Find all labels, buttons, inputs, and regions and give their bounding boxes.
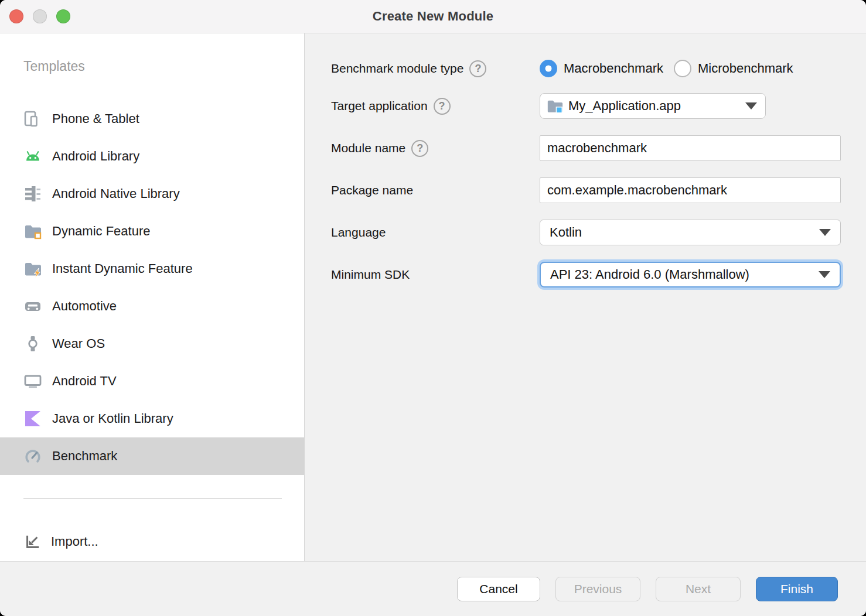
app-module-folder-icon xyxy=(546,97,564,115)
sidebar-item-label: Dynamic Feature xyxy=(52,224,151,239)
sidebar-item-label: Benchmark xyxy=(52,449,117,464)
dynamic-feature-folder-icon xyxy=(23,222,42,241)
window-title: Create New Module xyxy=(0,9,866,24)
android-head-icon xyxy=(23,147,42,166)
sidebar-item-phone-tablet[interactable]: Phone & Tablet xyxy=(0,100,304,138)
sidebar-item-java-kotlin-library[interactable]: Java or Kotlin Library xyxy=(0,400,304,437)
package-name-row: Package name xyxy=(331,177,866,203)
macrobenchmark-radio-label: Macrobenchmark xyxy=(564,61,663,76)
target-application-label: Target application xyxy=(331,99,428,113)
native-chip-icon xyxy=(23,184,42,203)
create-new-module-dialog: Create New Module Templates Phone & Tabl… xyxy=(0,0,866,616)
sidebar-item-label: Instant Dynamic Feature xyxy=(52,261,193,276)
templates-header: Templates xyxy=(23,59,304,75)
instant-dynamic-feature-folder-icon xyxy=(23,259,42,278)
sidebar-item-label: Wear OS xyxy=(52,336,105,351)
module-form-panel: Benchmark module type ? Macrobenchmark M… xyxy=(305,33,866,561)
chevron-down-icon xyxy=(819,229,831,236)
macrobenchmark-radio[interactable]: Macrobenchmark xyxy=(540,60,663,77)
next-button[interactable]: Next xyxy=(656,577,741,601)
microbenchmark-radio[interactable]: Microbenchmark xyxy=(674,60,793,77)
language-dropdown[interactable]: Kotlin xyxy=(540,220,841,245)
sidebar-item-android-library[interactable]: Android Library xyxy=(0,138,304,175)
radio-selected-icon xyxy=(540,60,557,77)
automotive-car-icon xyxy=(23,297,42,316)
sidebar-item-label: Android TV xyxy=(52,374,117,389)
android-tv-icon xyxy=(23,372,42,391)
sidebar-item-label: Automotive xyxy=(52,299,117,314)
target-application-value: My_Application.app xyxy=(568,98,741,114)
sidebar-item-label: Java or Kotlin Library xyxy=(52,411,173,426)
help-icon[interactable]: ? xyxy=(434,98,451,115)
target-application-dropdown[interactable]: My_Application.app xyxy=(540,93,766,119)
sidebar-item-import[interactable]: Import... xyxy=(0,528,304,556)
minimum-sdk-value: API 23: Android 6.0 (Marshmallow) xyxy=(550,267,819,282)
phone-tablet-icon xyxy=(23,109,42,128)
previous-button[interactable]: Previous xyxy=(555,577,640,601)
module-name-label: Module name xyxy=(331,141,405,155)
titlebar: Create New Module xyxy=(0,0,866,33)
help-icon[interactable]: ? xyxy=(469,60,486,77)
language-row: Language Kotlin xyxy=(331,220,866,245)
sidebar-item-label: Phone & Tablet xyxy=(52,111,139,126)
sidebar-item-instant-dynamic-feature[interactable]: Instant Dynamic Feature xyxy=(0,250,304,288)
module-name-input[interactable] xyxy=(540,135,841,161)
sidebar-item-dynamic-feature[interactable]: Dynamic Feature xyxy=(0,213,304,250)
sidebar-divider xyxy=(23,498,282,499)
help-icon[interactable]: ? xyxy=(411,140,428,157)
microbenchmark-radio-label: Microbenchmark xyxy=(698,61,793,76)
sidebar-item-android-native-library[interactable]: Android Native Library xyxy=(0,175,304,213)
benchmark-module-type-row: Benchmark module type ? Macrobenchmark M… xyxy=(331,56,866,81)
chevron-down-icon xyxy=(819,271,830,278)
minimum-sdk-label: Minimum SDK xyxy=(331,268,410,282)
sidebar-item-benchmark[interactable]: Benchmark xyxy=(0,437,304,475)
radio-unselected-icon xyxy=(674,60,691,77)
chevron-down-icon xyxy=(745,102,757,109)
sidebar-item-android-tv[interactable]: Android TV xyxy=(0,362,304,400)
import-label: Import... xyxy=(51,534,98,549)
cancel-button[interactable]: Cancel xyxy=(457,577,540,601)
dialog-footer: Cancel Previous Next Finish xyxy=(0,561,866,616)
package-name-label: Package name xyxy=(331,183,413,197)
minimum-sdk-dropdown[interactable]: API 23: Android 6.0 (Marshmallow) xyxy=(540,262,841,288)
kotlin-icon xyxy=(23,409,42,428)
sidebar-item-label: Android Native Library xyxy=(52,186,180,201)
language-label: Language xyxy=(331,225,386,239)
benchmark-type-radio-group: Macrobenchmark Microbenchmark xyxy=(540,60,793,77)
minimum-sdk-row: Minimum SDK API 23: Android 6.0 (Marshma… xyxy=(331,262,866,288)
sidebar-item-wear-os[interactable]: Wear OS xyxy=(0,325,304,362)
benchmark-module-type-label: Benchmark module type xyxy=(331,61,463,76)
sidebar-item-label: Android Library xyxy=(52,149,139,164)
templates-sidebar: Templates Phone & Tablet xyxy=(0,33,305,561)
sidebar-item-automotive[interactable]: Automotive xyxy=(0,288,304,325)
module-name-row: Module name ? xyxy=(331,135,866,161)
wear-os-watch-icon xyxy=(23,334,42,353)
package-name-input[interactable] xyxy=(540,177,841,203)
import-icon xyxy=(23,533,41,550)
benchmark-speedometer-icon xyxy=(23,447,42,466)
templates-list: Phone & Tablet Android Library xyxy=(0,100,304,475)
language-value: Kotlin xyxy=(550,225,819,240)
target-application-row: Target application ? My_Application.app xyxy=(331,93,866,119)
finish-button[interactable]: Finish xyxy=(756,577,838,601)
